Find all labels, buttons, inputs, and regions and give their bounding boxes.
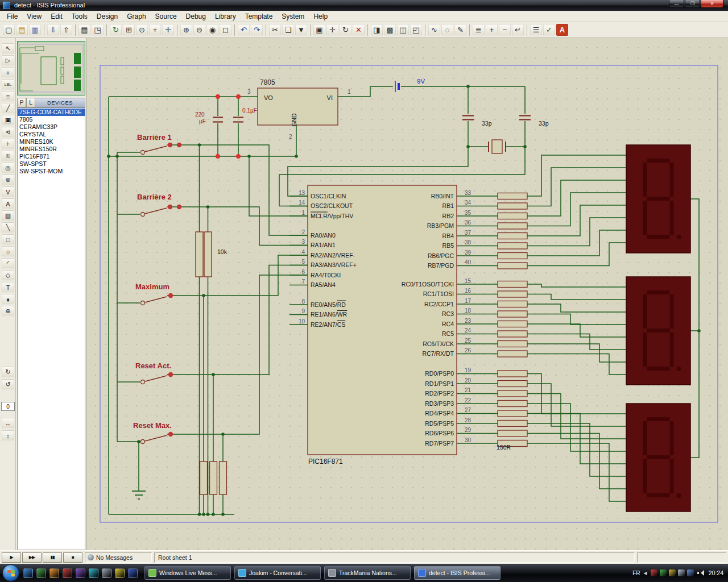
search-tag-icon[interactable]: ◌ [441,24,453,36]
block-rotate-icon[interactable]: ↻ [340,24,351,36]
resistor[interactable] [498,421,527,427]
current-probe-mode-icon[interactable]: A [2,198,14,209]
zoom-all-icon[interactable]: ◉ [206,24,218,36]
wire[interactable] [527,404,626,451]
rotation-angle-field[interactable]: 0 [1,402,15,411]
wire[interactable] [527,205,626,236]
resistor[interactable] [498,223,527,229]
resistor[interactable] [498,371,527,377]
switch-contact-dot[interactable] [168,372,173,377]
redraw-icon[interactable]: ↻ [110,24,122,36]
seven-segment-display-2[interactable] [626,277,690,385]
wire[interactable] [167,145,308,235]
resistor[interactable] [498,291,527,297]
make-device-icon[interactable]: ▩ [384,24,396,36]
copy-icon[interactable]: ❏ [282,24,294,36]
menu-file[interactable]: File [2,11,22,22]
resistor[interactable] [498,193,527,199]
wire[interactable] [527,193,626,226]
regulator-7805[interactable] [258,88,338,125]
switch-contact-dot[interactable] [168,432,173,436]
menu-graph[interactable]: Graph [122,11,150,22]
resistor[interactable] [498,390,527,397]
play-button[interactable]: ▶ [2,552,21,563]
cut-icon[interactable]: ✂ [269,24,281,36]
wire[interactable] [527,180,626,216]
2d-symbol-mode-icon[interactable]: ♦ [2,294,14,305]
wire[interactable] [527,334,626,350]
new-sheet-icon[interactable]: + [486,24,498,36]
design-explorer-icon[interactable]: ≣ [473,24,485,36]
wire[interactable] [527,294,626,300]
2d-text-mode-icon[interactable]: T [2,282,14,293]
minimize-button[interactable]: — [669,0,684,8]
import-section-icon[interactable]: ⇩ [47,24,59,36]
mirror-y-icon[interactable]: ↕ [2,430,14,441]
tray-icon-1[interactable] [651,569,657,576]
quicklaunch-icon-8[interactable] [115,568,125,578]
2d-arc-mode-icon[interactable]: ◜ [2,258,14,269]
resistor[interactable] [498,253,527,259]
wire[interactable] [527,384,626,426]
resistor[interactable] [498,233,527,239]
undo-icon[interactable]: ↶ [238,24,250,36]
resistor[interactable] [498,430,527,436]
switch-contact-dot[interactable] [168,205,172,209]
volume-icon[interactable] [697,569,705,576]
rotate-clockwise-icon[interactable]: ↻ [2,367,14,377]
resistor[interactable] [498,263,527,269]
quicklaunch-icon-9[interactable] [128,568,138,578]
pulldown-resistor[interactable] [200,462,208,494]
wire[interactable] [527,168,626,206]
seven-segment-display-3[interactable] [626,404,690,512]
step-button[interactable]: ▶▶ [22,552,42,563]
menu-debug[interactable]: Debug [181,11,210,22]
wire[interactable] [527,155,626,196]
switch-pivot[interactable] [141,151,145,155]
quicklaunch-icon-3[interactable] [49,568,59,578]
pullup-resistor[interactable] [204,232,212,277]
quicklaunch-icon-6[interactable] [89,568,98,578]
resistor[interactable] [498,281,527,288]
menu-library[interactable]: Library [210,11,241,22]
redo-icon[interactable]: ↷ [251,24,263,36]
resistor[interactable] [498,410,527,417]
menu-help[interactable]: Help [309,11,332,22]
device-item[interactable]: SW-SPST [18,160,85,168]
wire[interactable] [167,275,308,434]
clock[interactable]: 20:24 [709,569,723,576]
resistor[interactable] [498,401,527,407]
2d-marker-mode-icon[interactable]: ⊕ [2,306,14,317]
wire[interactable] [527,394,626,439]
menu-view[interactable]: View [22,11,46,22]
menu-source[interactable]: Source [151,11,181,22]
resistor[interactable] [498,203,527,209]
wire[interactable] [167,207,308,246]
device-item[interactable]: 7SEG-COM-CATHODE [18,109,85,116]
wire[interactable] [338,86,393,97]
tray-icon-2[interactable] [660,569,667,576]
voltage-probe-mode-icon[interactable]: V [2,186,14,197]
stop-button[interactable]: ■ [63,552,82,563]
menu-system[interactable]: System [277,11,309,22]
quicklaunch-icon-7[interactable] [102,568,111,578]
tray-icon-3[interactable] [669,569,676,576]
taskbar-window-4[interactable]: detect - ISIS Professi... [414,566,500,580]
new-design-icon[interactable]: ▢ [3,24,15,36]
wire[interactable] [527,354,626,375]
wire-label-mode-icon[interactable]: LBL [2,79,14,90]
goto-sheet-icon[interactable]: ↵ [512,24,524,36]
tray-icon-4[interactable] [678,569,685,576]
bus-mode-icon[interactable]: ╱ [2,103,14,114]
resistor[interactable] [498,311,527,317]
device-item[interactable]: CRYSTAL [18,131,85,138]
wire[interactable] [527,218,626,246]
device-item[interactable]: CERAMIC33P [18,123,85,131]
wire[interactable] [527,324,626,337]
pulldown-resistor[interactable] [220,462,227,494]
packaging-tool-icon[interactable]: ◫ [397,24,409,36]
2d-box-mode-icon[interactable]: □ [2,234,14,245]
close-button[interactable]: ✕ [701,0,723,8]
terminal-mode-icon[interactable]: ⊲ [2,127,14,138]
taskbar-window-3[interactable]: TrackMania Nations... [324,566,411,580]
